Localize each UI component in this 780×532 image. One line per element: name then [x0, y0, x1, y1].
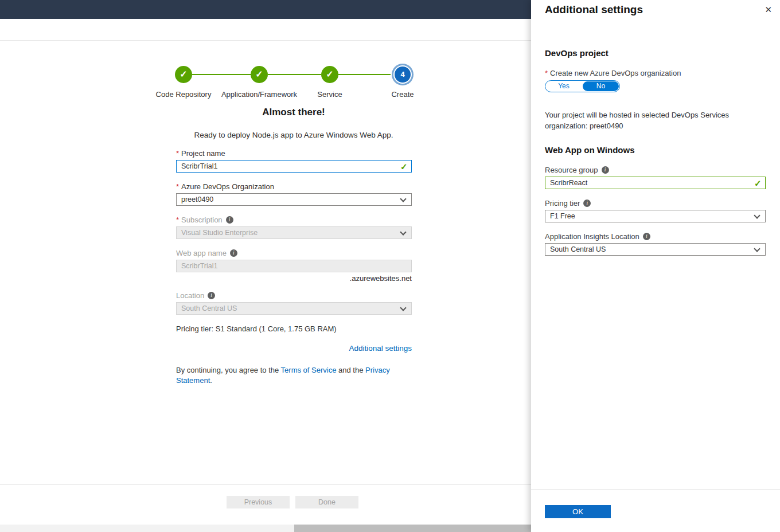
step-connector: [338, 74, 391, 75]
required-marker: *: [176, 149, 179, 158]
step-code-repository[interactable]: ✓: [175, 66, 192, 83]
header-divider: [0, 40, 531, 41]
create-org-label: * Create new Azure DevOps organization: [545, 69, 681, 77]
info-icon[interactable]: i: [208, 292, 215, 299]
app-window: ✓ ✓ ✓ 4 Code Repository Application/Fram…: [0, 0, 780, 532]
label-text: Project name: [181, 149, 225, 158]
subscription-select: Visual Studio Enterprise: [176, 226, 412, 239]
web-app-name-label: Web app name i: [176, 249, 237, 257]
devops-project-heading: DevOps project: [545, 48, 609, 58]
project-name-label: * Project name: [176, 149, 225, 158]
resource-group-label: Resource group i: [545, 166, 609, 174]
app-insights-location-select[interactable]: South Central US: [545, 243, 766, 256]
terms-suffix: .: [210, 376, 212, 385]
location-select: South Central US: [176, 302, 412, 315]
toggle-no-option[interactable]: No: [583, 81, 619, 91]
terms-prefix: By continuing, you agree to the: [176, 366, 281, 374]
info-icon[interactable]: i: [230, 249, 237, 257]
step-service[interactable]: ✓: [321, 66, 338, 83]
previous-button[interactable]: Previous: [227, 496, 290, 508]
subscription-label: * Subscription i: [176, 216, 233, 224]
toggle-yes-option[interactable]: Yes: [545, 81, 582, 92]
label-text: Pricing tier: [545, 199, 580, 208]
chevron-down-icon: [754, 245, 760, 252]
label-text: Application Insights Location: [545, 232, 639, 241]
step-create[interactable]: 4: [395, 66, 411, 83]
top-bar: [0, 0, 531, 19]
terms-text: By continuing, you agree to the Terms of…: [176, 365, 401, 386]
required-marker: *: [176, 182, 179, 191]
select-value: South Central US: [550, 245, 606, 253]
info-icon[interactable]: i: [643, 233, 650, 240]
label-text: Location: [176, 291, 204, 300]
label-text: Subscription: [181, 216, 223, 224]
step-connector: [192, 74, 251, 75]
chevron-down-icon: [400, 195, 406, 202]
location-label: Location i: [176, 291, 215, 300]
input-value: ScribrTrial1: [181, 262, 217, 270]
create-org-toggle[interactable]: Yes No: [545, 80, 620, 92]
info-icon[interactable]: i: [583, 200, 591, 207]
project-name-input[interactable]: [176, 160, 412, 173]
web-app-name-input: ScribrTrial1: [176, 260, 412, 272]
select-value: F1 Free: [550, 212, 575, 220]
chevron-down-icon: [400, 304, 406, 311]
info-icon[interactable]: i: [226, 216, 233, 224]
valid-check-icon: ✓: [400, 162, 408, 172]
hosted-org-text: Your project will be hosted in selected …: [545, 109, 744, 131]
info-icon[interactable]: i: [602, 166, 609, 174]
label-text: Web app name: [176, 249, 227, 257]
web-app-domain-suffix: .azurewebsites.net: [176, 274, 412, 283]
resource-group-input[interactable]: [545, 177, 766, 189]
check-icon: ✓: [326, 69, 333, 79]
page-title: Almost there!: [262, 107, 325, 118]
select-value: preet0490: [181, 195, 213, 204]
step-label-application-framework: Application/Framework: [221, 90, 297, 99]
panel-title: Additional settings: [545, 3, 643, 16]
label-text: Azure DevOps Organization: [181, 182, 274, 191]
devops-org-select[interactable]: preet0490: [176, 193, 412, 206]
step-application-framework[interactable]: ✓: [251, 66, 268, 83]
close-icon[interactable]: ✕: [765, 5, 772, 15]
check-icon: ✓: [180, 69, 187, 79]
step-number: 4: [400, 70, 404, 79]
required-marker: *: [176, 216, 179, 224]
check-icon: ✓: [255, 69, 263, 79]
step-connector: [268, 74, 321, 75]
footer-divider: [0, 484, 531, 485]
devops-org-label: * Azure DevOps Organization: [176, 182, 274, 191]
web-app-windows-heading: Web App on Windows: [545, 145, 635, 155]
valid-check-icon: ✓: [754, 178, 762, 189]
required-marker: *: [545, 69, 548, 77]
select-value: South Central US: [181, 304, 237, 312]
pricing-tier-label: Pricing tier i: [545, 199, 591, 208]
select-value: Visual Studio Enterprise: [181, 229, 258, 237]
label-text: Create new Azure DevOps organization: [550, 69, 681, 77]
ok-button[interactable]: OK: [545, 505, 611, 518]
additional-settings-link[interactable]: Additional settings: [349, 344, 412, 353]
terms-of-service-link[interactable]: Terms of Service: [281, 366, 337, 374]
page-subtitle: Ready to deploy Node.js app to Azure Win…: [194, 131, 393, 139]
additional-settings-panel: Additional settings ✕ DevOps project * C…: [531, 0, 780, 532]
pricing-tier-text: Pricing tier: S1 Standard (1 Core, 1.75 …: [176, 324, 337, 333]
step-label-create: Create: [391, 90, 414, 99]
done-button[interactable]: Done: [295, 496, 358, 508]
pricing-tier-select[interactable]: F1 Free: [545, 210, 766, 222]
chevron-down-icon: [400, 229, 406, 235]
step-label-service: Service: [317, 90, 342, 99]
step-label-code-repository: Code Repository: [156, 90, 212, 99]
chevron-down-icon: [754, 212, 760, 218]
terms-middle: and the: [336, 366, 365, 374]
panel-footer-divider: [531, 489, 780, 490]
app-insights-location-label: Application Insights Location i: [545, 232, 650, 241]
label-text: Resource group: [545, 166, 598, 174]
horizontal-scrollbar-thumb[interactable]: [294, 525, 531, 532]
